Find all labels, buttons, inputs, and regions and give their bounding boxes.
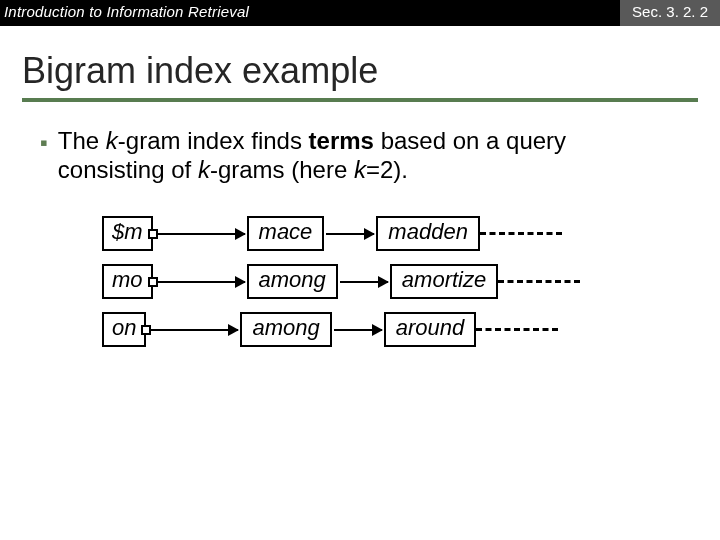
section-ref: Sec. 3. 2. 2 [620, 0, 720, 26]
bullet-text: The k-gram index finds terms based on a … [58, 126, 658, 185]
page-title: Bigram index example [0, 26, 720, 98]
bullet-item: ▪ The k-gram index finds terms based on … [40, 126, 720, 185]
term-box: mace [247, 216, 325, 250]
term-box: madden [376, 216, 480, 250]
bullet-square-icon: ▪ [40, 126, 58, 156]
term-box: among [247, 264, 338, 298]
chain-row: mo among amortize [102, 263, 720, 301]
arrow-icon [334, 329, 382, 331]
arrow-icon [155, 233, 245, 235]
body: ▪ The k-gram index finds terms based on … [0, 102, 720, 349]
term-box: among [240, 312, 331, 346]
arrow-icon [155, 281, 245, 283]
term-box: amortize [390, 264, 498, 298]
header-bar: Introduction to Information Retrieval Se… [0, 0, 720, 26]
bigram-chains: $m mace madden mo among amortize on amon… [102, 215, 720, 349]
chain-row: on among around [102, 311, 720, 349]
term-box: around [384, 312, 477, 346]
course-title: Introduction to Information Retrieval [0, 0, 620, 26]
continuation-dashes [480, 232, 562, 235]
bigram-key: on [102, 312, 146, 346]
arrow-icon [340, 281, 388, 283]
arrow-icon [148, 329, 238, 331]
continuation-dashes [498, 280, 580, 283]
chain-row: $m mace madden [102, 215, 720, 253]
bigram-key: $m [102, 216, 153, 250]
bigram-key: mo [102, 264, 153, 298]
continuation-dashes [476, 328, 558, 331]
arrow-icon [326, 233, 374, 235]
